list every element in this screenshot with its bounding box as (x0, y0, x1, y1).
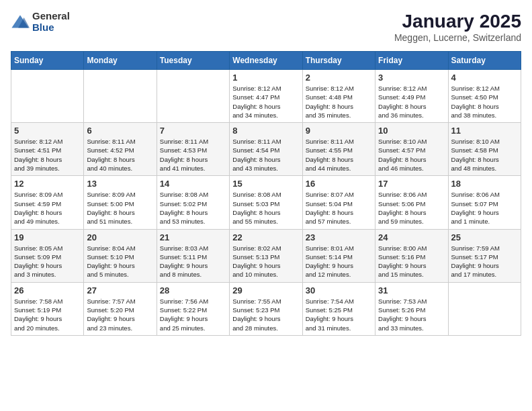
weekday-header-thursday: Thursday (302, 52, 375, 70)
calendar-cell: 28Sunrise: 7:56 AM Sunset: 5:22 PM Dayli… (157, 282, 229, 335)
day-info: Sunrise: 8:12 AM Sunset: 4:47 PM Dayligh… (232, 84, 299, 120)
day-info: Sunrise: 8:12 AM Sunset: 4:51 PM Dayligh… (14, 137, 81, 173)
day-info: Sunrise: 7:53 AM Sunset: 5:26 PM Dayligh… (378, 297, 445, 332)
day-number: 12 (14, 179, 81, 189)
day-info: Sunrise: 8:12 AM Sunset: 4:50 PM Dayligh… (451, 84, 518, 120)
day-info: Sunrise: 8:00 AM Sunset: 5:16 PM Dayligh… (378, 244, 445, 279)
weekday-header-tuesday: Tuesday (157, 52, 229, 70)
calendar-cell (84, 70, 157, 123)
calendar-subtitle: Meggen, Lucerne, Switzerland (394, 32, 521, 43)
day-number: 18 (451, 179, 518, 189)
day-number: 21 (160, 232, 226, 242)
day-number: 9 (306, 126, 372, 136)
day-number: 19 (14, 232, 81, 242)
calendar-cell: 21Sunrise: 8:03 AM Sunset: 5:11 PM Dayli… (157, 229, 229, 282)
day-info: Sunrise: 8:09 AM Sunset: 5:00 PM Dayligh… (87, 190, 153, 226)
weekday-header-sunday: Sunday (11, 52, 84, 70)
day-info: Sunrise: 8:08 AM Sunset: 5:02 PM Dayligh… (160, 190, 226, 226)
calendar-cell: 6Sunrise: 8:11 AM Sunset: 4:52 PM Daylig… (84, 123, 157, 176)
day-info: Sunrise: 8:12 AM Sunset: 4:49 PM Dayligh… (378, 84, 445, 120)
day-number: 23 (306, 232, 372, 242)
day-number: 25 (451, 232, 518, 242)
day-number: 7 (160, 126, 226, 136)
calendar-week-row-3: 12Sunrise: 8:09 AM Sunset: 4:59 PM Dayli… (11, 176, 521, 229)
day-info: Sunrise: 7:55 AM Sunset: 5:23 PM Dayligh… (232, 297, 299, 332)
calendar-table: SundayMondayTuesdayWednesdayThursdayFrid… (11, 51, 521, 336)
day-info: Sunrise: 7:59 AM Sunset: 5:17 PM Dayligh… (451, 244, 518, 279)
day-number: 13 (87, 179, 153, 189)
day-number: 30 (306, 285, 372, 295)
calendar-cell: 5Sunrise: 8:12 AM Sunset: 4:51 PM Daylig… (11, 123, 84, 176)
calendar-cell: 7Sunrise: 8:11 AM Sunset: 4:53 PM Daylig… (157, 123, 229, 176)
day-info: Sunrise: 8:05 AM Sunset: 5:09 PM Dayligh… (14, 244, 81, 279)
day-number: 20 (87, 232, 153, 242)
day-info: Sunrise: 8:06 AM Sunset: 5:06 PM Dayligh… (378, 190, 445, 226)
day-number: 4 (451, 73, 518, 83)
weekday-header-saturday: Saturday (448, 52, 521, 70)
calendar-cell (11, 70, 84, 123)
day-info: Sunrise: 8:11 AM Sunset: 4:55 PM Dayligh… (306, 137, 372, 173)
day-info: Sunrise: 8:06 AM Sunset: 5:07 PM Dayligh… (451, 190, 518, 226)
day-info: Sunrise: 7:58 AM Sunset: 5:19 PM Dayligh… (14, 297, 81, 332)
day-number: 14 (160, 179, 226, 189)
day-number: 3 (378, 73, 445, 83)
calendar-cell (448, 282, 521, 335)
day-number: 27 (87, 285, 153, 295)
calendar-week-row-1: 1Sunrise: 8:12 AM Sunset: 4:47 PM Daylig… (11, 70, 521, 123)
day-info: Sunrise: 8:09 AM Sunset: 4:59 PM Dayligh… (14, 190, 81, 226)
day-number: 17 (378, 179, 445, 189)
day-number: 24 (378, 232, 445, 242)
day-number: 28 (160, 285, 226, 295)
weekday-header-monday: Monday (84, 52, 157, 70)
day-number: 29 (232, 285, 299, 295)
day-number: 2 (306, 73, 372, 83)
day-number: 22 (232, 232, 299, 242)
logo-general-text: General (32, 11, 70, 22)
day-info: Sunrise: 7:54 AM Sunset: 5:25 PM Dayligh… (306, 297, 372, 332)
day-info: Sunrise: 8:10 AM Sunset: 4:58 PM Dayligh… (451, 137, 518, 173)
calendar-cell: 10Sunrise: 8:10 AM Sunset: 4:57 PM Dayli… (375, 123, 448, 176)
calendar-week-row-5: 26Sunrise: 7:58 AM Sunset: 5:19 PM Dayli… (11, 282, 521, 335)
day-number: 16 (306, 179, 372, 189)
calendar-cell: 19Sunrise: 8:05 AM Sunset: 5:09 PM Dayli… (11, 229, 84, 282)
calendar-cell: 16Sunrise: 8:07 AM Sunset: 5:04 PM Dayli… (302, 176, 375, 229)
logo: General Blue (11, 11, 70, 33)
calendar-cell: 31Sunrise: 7:53 AM Sunset: 5:26 PM Dayli… (375, 282, 448, 335)
day-info: Sunrise: 8:01 AM Sunset: 5:14 PM Dayligh… (306, 244, 372, 279)
logo-blue-text: Blue (32, 22, 70, 34)
calendar-cell: 24Sunrise: 8:00 AM Sunset: 5:16 PM Dayli… (375, 229, 448, 282)
calendar-cell: 3Sunrise: 8:12 AM Sunset: 4:49 PM Daylig… (375, 70, 448, 123)
calendar-cell: 26Sunrise: 7:58 AM Sunset: 5:19 PM Dayli… (11, 282, 84, 335)
calendar-cell: 18Sunrise: 8:06 AM Sunset: 5:07 PM Dayli… (448, 176, 521, 229)
calendar-cell: 15Sunrise: 8:08 AM Sunset: 5:03 PM Dayli… (230, 176, 302, 229)
day-info: Sunrise: 8:08 AM Sunset: 5:03 PM Dayligh… (232, 190, 299, 226)
calendar-cell: 17Sunrise: 8:06 AM Sunset: 5:06 PM Dayli… (375, 176, 448, 229)
day-number: 8 (232, 126, 299, 136)
calendar-week-row-2: 5Sunrise: 8:12 AM Sunset: 4:51 PM Daylig… (11, 123, 521, 176)
calendar-cell: 8Sunrise: 8:11 AM Sunset: 4:54 PM Daylig… (230, 123, 302, 176)
calendar-cell: 14Sunrise: 8:08 AM Sunset: 5:02 PM Dayli… (157, 176, 229, 229)
day-info: Sunrise: 8:11 AM Sunset: 4:54 PM Dayligh… (232, 137, 299, 173)
calendar-cell: 30Sunrise: 7:54 AM Sunset: 5:25 PM Dayli… (302, 282, 375, 335)
day-info: Sunrise: 8:07 AM Sunset: 5:04 PM Dayligh… (306, 190, 372, 226)
calendar-cell: 23Sunrise: 8:01 AM Sunset: 5:14 PM Dayli… (302, 229, 375, 282)
calendar-cell: 4Sunrise: 8:12 AM Sunset: 4:50 PM Daylig… (448, 70, 521, 123)
weekday-header-wednesday: Wednesday (230, 52, 302, 70)
day-number: 31 (378, 285, 445, 295)
day-info: Sunrise: 8:12 AM Sunset: 4:48 PM Dayligh… (306, 84, 372, 120)
day-info: Sunrise: 8:11 AM Sunset: 4:53 PM Dayligh… (160, 137, 226, 173)
day-info: Sunrise: 8:04 AM Sunset: 5:10 PM Dayligh… (87, 244, 153, 279)
calendar-cell (157, 70, 229, 123)
day-info: Sunrise: 7:56 AM Sunset: 5:22 PM Dayligh… (160, 297, 226, 332)
day-number: 1 (232, 73, 299, 83)
day-number: 10 (378, 126, 445, 136)
calendar-week-row-4: 19Sunrise: 8:05 AM Sunset: 5:09 PM Dayli… (11, 229, 521, 282)
calendar-cell: 1Sunrise: 8:12 AM Sunset: 4:47 PM Daylig… (230, 70, 302, 123)
day-number: 5 (14, 126, 81, 136)
page-header: General Blue January 2025 Meggen, Lucern… (11, 11, 521, 43)
logo-icon (11, 13, 30, 32)
calendar-cell: 22Sunrise: 8:02 AM Sunset: 5:13 PM Dayli… (230, 229, 302, 282)
day-number: 6 (87, 126, 153, 136)
calendar-cell: 2Sunrise: 8:12 AM Sunset: 4:48 PM Daylig… (302, 70, 375, 123)
calendar-cell: 29Sunrise: 7:55 AM Sunset: 5:23 PM Dayli… (230, 282, 302, 335)
